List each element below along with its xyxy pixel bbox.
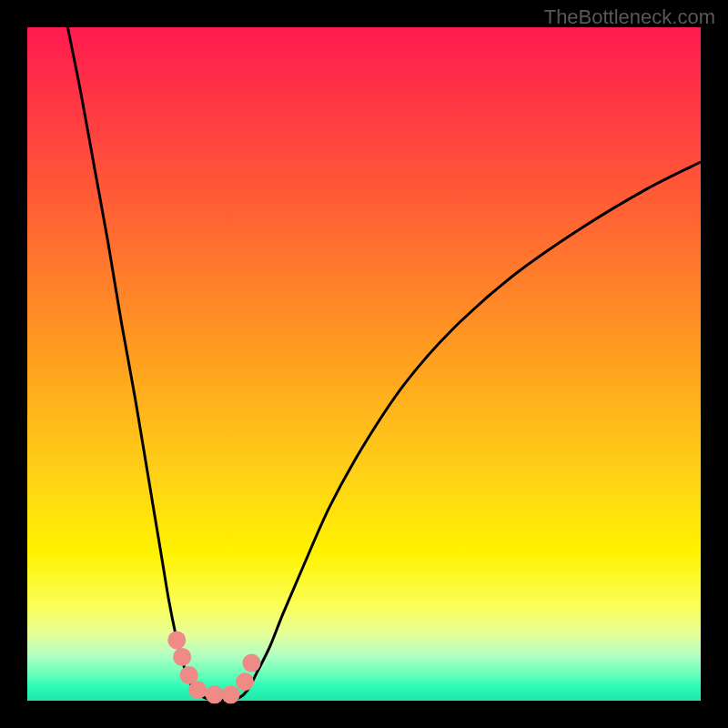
curve-left (67, 27, 208, 700)
watermark-text: TheBottleneck.com (544, 5, 715, 29)
curve-right (236, 162, 701, 700)
marker-point (221, 685, 239, 703)
marker-point (236, 672, 254, 691)
marker-point (206, 685, 224, 703)
marker-point (173, 648, 191, 666)
marker-point (188, 681, 207, 699)
marker-point (242, 654, 260, 672)
chart-plot (27, 27, 701, 701)
marker-point (167, 631, 186, 649)
